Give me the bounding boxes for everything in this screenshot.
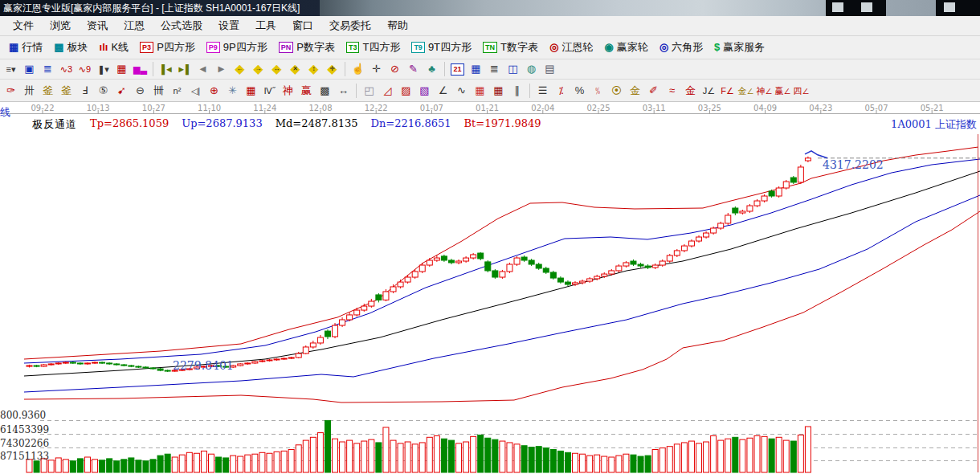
sectors-button[interactable]: ▩板块 — [48, 39, 93, 56]
hexagon-button[interactable]: ◎六角形 — [654, 39, 708, 56]
wave-band-icon[interactable]: ≈ — [664, 83, 680, 99]
region-zoom-icon[interactable]: ▣ — [21, 61, 38, 77]
crosshair-icon[interactable]: ✛ — [368, 61, 385, 77]
parallel-lines-icon[interactable]: ∥ — [508, 83, 525, 99]
pen-candle-icon[interactable]: ✐ — [645, 83, 662, 99]
compass-tool-icon[interactable]: ⊕ — [206, 83, 223, 99]
p-square-button[interactable]: P3P四方形 — [134, 39, 201, 56]
next-page-icon[interactable]: ► — [213, 61, 230, 77]
diamond-left-icon[interactable]: ◆← — [231, 61, 248, 77]
percent-icon[interactable]: % — [571, 83, 588, 99]
annotate-pen-icon[interactable]: ✎ — [405, 61, 422, 77]
info-panel-icon[interactable]: ≣ — [39, 61, 56, 77]
zigzag-icon[interactable]: ∿ — [453, 83, 470, 99]
t-square-button[interactable]: T3T四方形 — [341, 39, 406, 56]
menu-item-0[interactable]: 文件 — [5, 16, 42, 35]
menu-item-7[interactable]: 窗口 — [284, 16, 321, 35]
f-ruler-icon[interactable]: Ⅎ — [76, 83, 93, 99]
web-star-icon[interactable]: ✳ — [224, 83, 241, 99]
diamond-right-icon[interactable]: ◆→ — [250, 61, 267, 77]
n2-ruler-icon[interactable]: n² — [169, 83, 186, 99]
spiral5-icon[interactable]: ⑤ — [95, 83, 112, 99]
f-angle-icon[interactable]: F∠ — [719, 83, 736, 99]
prev-page-icon[interactable]: ◄ — [194, 61, 211, 77]
ma3-icon[interactable]: ∿3 — [58, 61, 75, 77]
last-page-icon[interactable]: ►▌ — [176, 61, 193, 77]
chart-type-dropdown-icon[interactable]: ≡▾ — [2, 61, 19, 77]
calendar-icon[interactable]: 21 — [449, 61, 466, 77]
roman4-icon[interactable]: Ⅳ˝ — [261, 83, 278, 99]
diamond-all-icon[interactable]: ◆✛ — [324, 61, 341, 77]
title-bar[interactable]: 赢家江恩专业版[赢家内部服务平台] - [上证指数 SH1A0001-167日K… — [0, 0, 980, 16]
ruler-tool-icon[interactable]: 卅 — [21, 83, 38, 99]
gann-fan-icon[interactable]: ◿ — [379, 83, 396, 99]
gold-circle-icon[interactable]: ⦿ — [608, 83, 625, 99]
menu-item-2[interactable]: 资讯 — [79, 16, 116, 35]
grid-red3-icon[interactable]: ▦ — [490, 83, 507, 99]
ruler2-tool-icon[interactable]: 卌 — [150, 83, 167, 99]
rocket-tool-icon[interactable]: ➹ — [113, 83, 130, 99]
save-icon[interactable]: ◫ — [504, 61, 521, 77]
quotes-button[interactable]: ▦行情 — [3, 39, 48, 56]
menu-item-9[interactable]: 帮助 — [379, 16, 416, 35]
volume-pane-icon[interactable]: ▆▃ — [132, 61, 149, 77]
left-panel-tab-label[interactable]: 线 — [0, 105, 10, 120]
kline-button[interactable]: ılıK线 — [94, 39, 135, 56]
box-frame-icon[interactable]: ◰ — [361, 83, 378, 99]
shen-angle-icon[interactable]: 神∠ — [756, 83, 773, 99]
first-page-icon[interactable]: ▐◄ — [157, 61, 174, 77]
angle-lines-icon[interactable]: ∠ — [435, 83, 451, 99]
gold-line-icon[interactable]: 金 — [627, 83, 643, 99]
pct-ruler-icon[interactable]: ⁒ — [553, 83, 570, 99]
calculator-icon[interactable]: ▦ — [468, 61, 484, 77]
fan-purple-icon[interactable]: ▧ — [416, 83, 433, 99]
ying-tool-icon[interactable]: 赢 — [298, 83, 315, 99]
menu-item-6[interactable]: 工具 — [247, 16, 284, 35]
quote-list-icon[interactable]: ☰ — [534, 83, 551, 99]
gold-red-icon[interactable]: 金 — [682, 83, 699, 99]
ma9-icon[interactable]: ∿9 — [76, 61, 93, 77]
p9-square-button[interactable]: P99P四方形 — [201, 39, 273, 56]
diamond-expand-icon[interactable]: ◆↔ — [268, 61, 285, 77]
red-grid-icon[interactable]: ▦ — [243, 83, 259, 99]
gann-wheel-button[interactable]: ◎江恩轮 — [544, 39, 598, 56]
candle — [92, 362, 98, 363]
mirror-tool-icon[interactable]: ◁| — [187, 83, 204, 99]
menu-item-4[interactable]: 公式选股 — [153, 16, 210, 35]
report-notes-icon[interactable]: ≣ — [486, 61, 503, 77]
circle-ruler-icon[interactable]: ⊖ — [132, 83, 149, 99]
t9-square-button[interactable]: T99T四方形 — [406, 39, 477, 56]
menu-item-8[interactable]: 交易委托 — [321, 16, 379, 35]
zoom-off-icon[interactable]: ⊘ — [386, 61, 403, 77]
pct-line-icon[interactable]: ﹪ — [590, 83, 606, 99]
gold-angle-icon[interactable]: 金∠ — [737, 83, 754, 99]
x-axis-date-label: 01-21 — [476, 104, 499, 112]
candle-style-icon[interactable]: ❚▾ — [95, 61, 112, 77]
menu-item-5[interactable]: 设置 — [210, 16, 247, 35]
t-table-button[interactable]: TNT数字表 — [477, 39, 544, 56]
grid-red2-icon[interactable]: ▦ — [472, 83, 488, 99]
smart-analysis-icon[interactable]: ♣ — [423, 61, 440, 77]
fan-grid-icon[interactable]: ▨ — [398, 83, 414, 99]
si-angle-icon[interactable]: 四∠ — [793, 83, 810, 99]
hand-drag-icon[interactable]: ☝ — [349, 61, 366, 77]
p-table-button[interactable]: PNP数字表 — [273, 39, 341, 56]
dark-grid-icon[interactable]: ▩ — [316, 83, 333, 99]
candle — [557, 278, 563, 282]
menu-item-3[interactable]: 江恩 — [116, 16, 153, 35]
menu-item-1[interactable]: 浏览 — [42, 16, 79, 35]
winner-wheel-button[interactable]: ◉赢家轮 — [598, 39, 653, 56]
measure-tool-icon[interactable]: ↔ — [335, 83, 352, 99]
web-export-icon[interactable]: ◍ — [523, 61, 540, 77]
gold-ruler1-icon[interactable]: 釜 — [39, 83, 56, 99]
j-angle-icon[interactable]: J∠ — [700, 83, 717, 99]
ying-angle-icon[interactable]: 赢∠ — [774, 83, 791, 99]
main-grid-icon[interactable]: ▦ — [113, 61, 130, 77]
winner-service-button[interactable]: $赢家服务 — [708, 39, 770, 56]
diamond-compress-icon[interactable]: ◆✕ — [287, 61, 304, 77]
brush-tool-icon[interactable]: ✑ — [2, 83, 19, 99]
print-icon[interactable]: ▤ — [541, 61, 558, 77]
diamond-vertical-icon[interactable]: ◆↕ — [305, 61, 322, 77]
gold-ruler2-icon[interactable]: 釜 — [58, 83, 75, 99]
shen-tool-icon[interactable]: 神 — [280, 83, 296, 99]
